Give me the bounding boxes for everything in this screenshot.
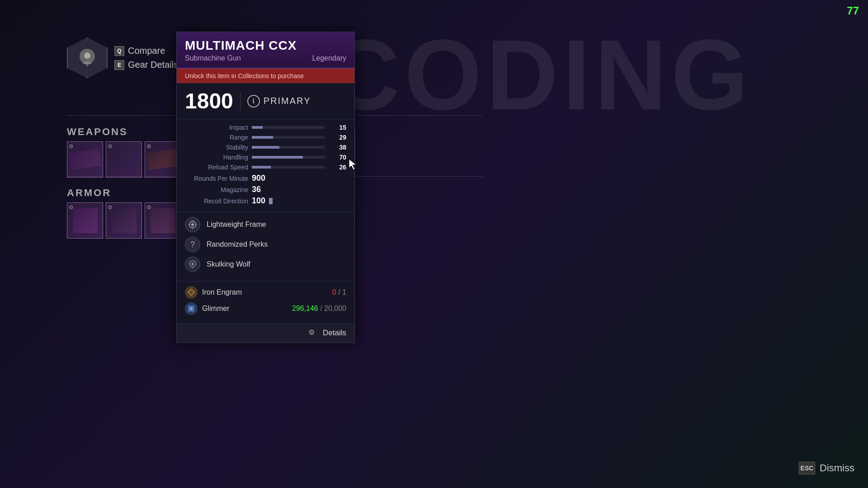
stat-bar-fill-impact <box>252 126 263 129</box>
dismiss-label: Dismiss <box>820 462 854 474</box>
details-button[interactable]: ⚙ Details <box>177 324 354 343</box>
weapon-gear-icon-3: ⚙ <box>146 143 154 150</box>
iron-engram-cost: 0 / 1 <box>332 288 346 296</box>
card-stats: Impact 15 Range 29 Stability 38 Handling <box>177 119 354 212</box>
weapon-slot-1[interactable]: ⚙ <box>67 141 103 178</box>
compare-label: Compare <box>128 46 165 56</box>
cost-left-glimmer: Glimmer <box>185 302 229 315</box>
iron-engram-icon <box>185 286 198 299</box>
question-mark-icon: ? <box>190 240 195 249</box>
stat-value-stability: 38 <box>328 144 346 151</box>
perk-name-lightweight: Lightweight Frame <box>207 221 266 229</box>
armor-slot-1[interactable]: ⚙ <box>67 202 103 239</box>
item-card: MULTIMACH CCX Submachine Gun Legendary U… <box>176 32 355 343</box>
cost-row-engram: Iron Engram 0 / 1 <box>185 286 346 299</box>
stat-label-magazine: Magazine <box>185 186 248 193</box>
card-title: MULTIMACH CCX <box>185 38 346 53</box>
stat-row-handling: Handling 70 <box>185 154 346 161</box>
stat-value-rpm: 900 <box>252 174 265 183</box>
armor-gear-icon-2: ⚙ <box>108 204 115 211</box>
stat-bar-handling <box>252 156 325 159</box>
primary-text: PRIMARY <box>264 96 311 106</box>
stat-label-handling: Handling <box>185 154 248 161</box>
stat-value-magazine: 36 <box>252 185 261 194</box>
glimmer-name: Glimmer <box>202 305 229 313</box>
stat-label-rpm: Rounds Per Minute <box>185 175 248 182</box>
stat-value-range: 29 <box>328 134 346 141</box>
stat-row-stability: Stability 38 <box>185 144 346 151</box>
svg-point-2 <box>191 223 194 226</box>
cost-row-glimmer: Glimmer 296,146 / 20,000 <box>185 302 346 315</box>
stat-bar-impact <box>252 126 325 129</box>
stat-value-reload: 26 <box>328 164 346 171</box>
randomized-perks-icon: ? <box>185 237 200 252</box>
perk-row-skulking: Skulking Wolf <box>185 257 346 272</box>
stat-label-range: Range <box>185 134 248 141</box>
cost-slash-1: / <box>338 288 342 296</box>
stat-row-impact: Impact 15 <box>185 124 346 131</box>
power-divider <box>240 92 241 110</box>
stat-value-handling: 70 <box>328 154 346 161</box>
details-icon: ⚙ <box>308 328 318 338</box>
stat-bar-fill-handling <box>252 156 303 159</box>
gear-details-button-row[interactable]: E Gear Details <box>114 60 178 70</box>
card-cost: Iron Engram 0 / 1 Glimmer 296,146 <box>177 282 354 324</box>
perk-name-skulking: Skulking Wolf <box>207 260 250 268</box>
stat-bar-fill-range <box>252 136 273 139</box>
card-perks: Lightweight Frame ? Randomized Perks Sku… <box>177 212 354 282</box>
cost-slash-2: / <box>320 305 324 312</box>
stat-row-rpm: Rounds Per Minute 900 <box>185 174 346 183</box>
armor-slot-3[interactable]: ⚙ <box>145 202 181 239</box>
lightweight-frame-icon <box>185 217 200 232</box>
stat-row-reload: Reload Speed 26 <box>185 164 346 171</box>
armor-gear-icon-3: ⚙ <box>146 204 154 211</box>
character-area: Q Compare E Gear Details <box>67 31 184 85</box>
gear-key-badge: E <box>114 60 124 70</box>
character-hexagon <box>67 38 108 78</box>
glimmer-max: 20,000 <box>324 305 346 312</box>
stat-value-recoil: 100 <box>252 196 265 206</box>
iron-engram-name: Iron Engram <box>202 288 242 296</box>
stat-bar-fill-reload <box>252 166 271 169</box>
primary-badge: i PRIMARY <box>247 95 311 108</box>
gear-details-label: Gear Details <box>128 60 178 70</box>
glimmer-icon <box>185 302 198 315</box>
card-subtitle-row: Submachine Gun Legendary <box>185 54 346 62</box>
stat-bar-range <box>252 136 325 139</box>
cost-left-engram: Iron Engram <box>185 286 242 299</box>
svg-point-0 <box>84 52 90 59</box>
stat-row-recoil: Recoil Direction 100 <box>185 196 346 206</box>
stat-label-reload: Reload Speed <box>185 164 248 171</box>
card-power-row: 1800 i PRIMARY <box>177 83 354 119</box>
perk-row-lightweight: Lightweight Frame <box>185 217 346 232</box>
armor-gear-icon-1: ⚙ <box>69 204 76 211</box>
dismiss-key-badge: ESC <box>799 462 815 474</box>
compare-gear-buttons: Q Compare E Gear Details <box>114 46 178 70</box>
weapon-gear-icon-2: ⚙ <box>108 143 115 150</box>
card-unlock-banner: Unlock this item in Collections to purch… <box>177 69 354 83</box>
info-icon: i <box>247 95 260 108</box>
weapon-slot-3[interactable]: ⚙ <box>145 141 181 178</box>
stat-bar-fill-stability <box>252 146 279 149</box>
power-number: 1800 <box>185 89 233 113</box>
stat-label-impact: Impact <box>185 124 248 131</box>
iron-engram-max: 1 <box>342 288 346 296</box>
card-header: MULTIMACH CCX Submachine Gun Legendary <box>177 32 354 69</box>
skulking-wolf-icon <box>185 257 200 272</box>
stat-value-impact: 15 <box>328 124 346 131</box>
recoil-mini-bar <box>269 198 273 204</box>
stat-bar-reload <box>252 166 325 169</box>
weapon-gear-icon-1: ⚙ <box>69 143 76 150</box>
weapon-slot-2[interactable]: ⚙ <box>106 141 142 178</box>
perk-name-randomized: Randomized Perks <box>207 240 268 249</box>
compare-button-row[interactable]: Q Compare <box>114 46 178 56</box>
stat-row-magazine: Magazine 36 <box>185 185 346 194</box>
stat-row-range: Range 29 <box>185 134 346 141</box>
iron-engram-current: 0 <box>332 288 336 296</box>
armor-slot-2[interactable]: ⚙ <box>106 202 142 239</box>
top-right-number: 77 <box>847 5 859 17</box>
stat-label-stability: Stability <box>185 144 248 151</box>
card-type: Submachine Gun <box>185 54 241 62</box>
dismiss-area[interactable]: ESC Dismiss <box>799 462 854 474</box>
card-rarity: Legendary <box>312 54 346 62</box>
